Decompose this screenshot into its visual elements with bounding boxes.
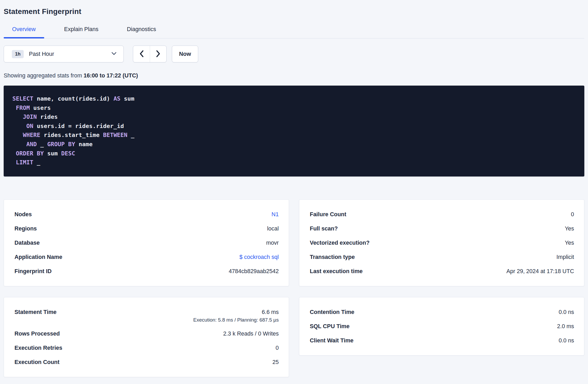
transaction-type-value: Implicit [556, 253, 574, 261]
sql-token: ORDER BY [12, 150, 44, 157]
application-name-row: Application Name $ cockroach sql [14, 253, 279, 261]
summary-cards-grid: Nodes N1 Regions local Database movr App… [4, 199, 584, 377]
sql-line-2: FROM users [12, 104, 576, 113]
chevron-left-icon [139, 50, 144, 58]
now-button[interactable]: Now [172, 46, 198, 62]
sql-line-4: ON users.id = rides.rider_id [12, 122, 576, 131]
chevron-right-icon [155, 50, 161, 58]
execution-count-label: Execution Count [14, 358, 59, 366]
execution-attributes-card: Failure Count 0 Full scan? Yes Vectorize… [299, 199, 584, 286]
last-execution-time-row: Last execution time Apr 29, 2024 at 17:1… [310, 268, 574, 275]
full-scan-value: Yes [565, 225, 574, 232]
sql-token: GROUP BY [47, 141, 75, 147]
sql-token: rides.start_time [40, 132, 103, 138]
rows-processed-row: Rows Processed 2.3 k Reads / 0 Writes [14, 330, 279, 337]
application-name-link[interactable]: $ cockroach sql [240, 253, 279, 261]
wait-times-card: Contention Time 0.0 ns SQL CPU Time 2.0 … [299, 297, 584, 356]
sql-line-5: WHERE rides.start_time BETWEEN _ [12, 131, 576, 140]
full-scan-row: Full scan? Yes [310, 225, 574, 232]
caption-time-range: 16:00 to 17:22 (UTC) [84, 72, 138, 79]
failure-count-label: Failure Count [310, 211, 346, 218]
last-execution-time-label: Last execution time [310, 268, 363, 275]
contention-time-label: Contention Time [310, 308, 354, 316]
tab-explain-plans[interactable]: Explain Plans [56, 26, 107, 38]
sql-token: ON [12, 123, 33, 129]
sql-token: BETWEEN [103, 132, 127, 138]
tab-diagnostics[interactable]: Diagnostics [118, 26, 165, 38]
sql-token: WHERE [12, 132, 40, 138]
sql-token: DESC [61, 150, 75, 157]
sql-line-1: SELECT name, count(rides.id) AS sum [12, 94, 576, 104]
statement-time-breakdown: Execution: 5.8 ms / Planning: 687.5 µs [193, 317, 279, 323]
sql-line-3: JOIN rides [12, 112, 576, 122]
client-wait-time-value: 0.0 ns [559, 337, 574, 344]
sql-cpu-time-value: 2.0 ms [557, 323, 574, 330]
chevron-down-icon [111, 52, 117, 56]
sql-token: name, count(rides.id) [33, 95, 113, 102]
statement-time-row: Statement Time 6.6 ms Execution: 5.8 ms … [14, 308, 279, 323]
client-wait-time-row: Client Wait Time 0.0 ns [310, 337, 574, 344]
sql-token: name [75, 141, 92, 147]
failure-count-value: 0 [571, 211, 574, 218]
transaction-type-row: Transaction type Implicit [310, 253, 574, 261]
sql-line-6: AND _ GROUP BY name [12, 140, 576, 149]
vectorized-execution-row: Vectorized execution? Yes [310, 239, 574, 247]
execution-count-row: Execution Count 25 [14, 358, 279, 366]
regions-row: Regions local [14, 225, 279, 232]
statement-fingerprint-page: Statement Fingerprint Overview Explain P… [0, 7, 588, 377]
regions-label: Regions [14, 225, 37, 232]
next-time-interval-button[interactable] [150, 46, 166, 62]
statement-time-label: Statement Time [14, 308, 57, 316]
execution-count-value: 25 [272, 358, 279, 366]
contention-time-value: 0.0 ns [559, 308, 574, 316]
sql-statement-box: SELECT name, count(rides.id) AS sum FROM… [4, 86, 584, 176]
regions-value: local [267, 225, 279, 232]
aggregated-stats-caption: Showing aggregated stats from 16:00 to 1… [4, 72, 584, 79]
client-wait-time-label: Client Wait Time [310, 337, 353, 344]
sql-line-7: ORDER BY sum DESC [12, 149, 576, 158]
database-label: Database [14, 239, 40, 247]
vectorized-execution-value: Yes [565, 239, 574, 247]
failure-count-row: Failure Count 0 [310, 211, 574, 218]
rows-processed-label: Rows Processed [14, 330, 60, 337]
sql-line-8: LIMIT _ [12, 158, 576, 167]
fingerprint-id-value: 4784cb829aab2542 [229, 268, 279, 275]
sql-token: FROM [12, 105, 30, 111]
sql-cpu-time-label: SQL CPU Time [310, 323, 350, 330]
sql-token: users.id = rides.rider_id [33, 123, 124, 129]
nodes-link[interactable]: N1 [272, 211, 279, 218]
contention-time-row: Contention Time 0.0 ns [310, 308, 574, 316]
sql-token: JOIN [12, 114, 37, 120]
sql-token: _ [127, 132, 134, 138]
vectorized-execution-label: Vectorized execution? [310, 239, 370, 247]
previous-time-interval-button[interactable] [133, 46, 150, 62]
sql-token: rides [37, 114, 58, 120]
fingerprint-id-label: Fingerprint ID [14, 268, 52, 275]
nodes-label: Nodes [14, 211, 32, 218]
tab-bar: Overview Explain Plans Diagnostics [4, 26, 584, 38]
fingerprint-id-row: Fingerprint ID 4784cb829aab2542 [14, 268, 279, 275]
tab-overview[interactable]: Overview [4, 26, 44, 38]
page-title: Statement Fingerprint [4, 7, 584, 16]
sql-token: AS [113, 95, 121, 102]
full-scan-label: Full scan? [310, 225, 338, 232]
sql-token: _ [37, 141, 47, 147]
statement-details-card: Nodes N1 Regions local Database movr App… [4, 199, 289, 286]
sql-token: SELECT [12, 95, 33, 102]
sql-token: users [30, 105, 51, 111]
time-range-dropdown[interactable]: 1h Past Hour [4, 46, 124, 62]
transaction-type-label: Transaction type [310, 253, 355, 261]
last-execution-time-value: Apr 29, 2024 at 17:18 UTC [506, 268, 574, 275]
sql-token: AND [12, 141, 37, 147]
sql-token: sum [121, 95, 134, 102]
execution-retries-value: 0 [276, 344, 279, 352]
time-toolbar: 1h Past Hour Now [4, 46, 584, 62]
execution-retries-row: Execution Retries 0 [14, 344, 279, 352]
caption-prefix: Showing aggregated stats from [4, 72, 84, 79]
sql-token: _ [33, 159, 40, 166]
sql-token: LIMIT [12, 159, 33, 166]
time-range-value: Past Hour [29, 51, 111, 57]
rows-processed-value: 2.3 k Reads / 0 Writes [223, 330, 279, 337]
statement-time-value: 6.6 ms [193, 308, 279, 316]
statement-timing-card: Statement Time 6.6 ms Execution: 5.8 ms … [4, 297, 289, 377]
